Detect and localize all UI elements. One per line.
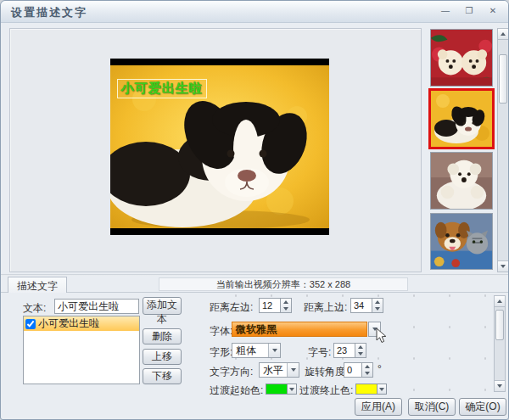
thumbnails-scrollbar[interactable] xyxy=(497,28,509,272)
scroll-up-icon[interactable] xyxy=(498,29,508,40)
text-field-label: 文本: xyxy=(23,301,46,316)
move-up-button[interactable]: 上移 xyxy=(143,349,182,365)
thumbnail-1[interactable] xyxy=(430,29,493,87)
cancel-button[interactable]: 取消(C) xyxy=(408,398,456,416)
title-bar: 设置描述文字 — ❐ ✕ xyxy=(1,1,509,23)
gradient-start-label: 过渡起始色: xyxy=(210,384,263,398)
scroll-down-icon[interactable] xyxy=(498,260,508,272)
spinner-up-icon[interactable] xyxy=(372,299,383,305)
spinner-up-icon[interactable] xyxy=(281,299,291,305)
thumbnail-2-selected[interactable] xyxy=(428,88,495,149)
font-value: 微软雅黑 xyxy=(236,322,277,337)
thumbnail-3[interactable] xyxy=(430,152,493,210)
spinner-down-icon[interactable] xyxy=(281,305,291,312)
preview-panel: 小可爱出生啦 xyxy=(9,28,422,272)
gradient-end-swatch[interactable] xyxy=(356,384,377,394)
caption-list-item-label: 小可爱出生啦 xyxy=(38,316,99,331)
distance-left-value[interactable] xyxy=(259,298,281,313)
rotation-label: 旋转角度: xyxy=(305,365,348,379)
rotation-stepper[interactable] xyxy=(344,362,373,378)
gradient-end-picker[interactable] xyxy=(355,384,387,395)
add-text-button[interactable]: 添加文本 xyxy=(143,297,182,315)
rotation-unit: ° xyxy=(378,363,382,375)
font-style-value: 粗体 xyxy=(236,344,256,358)
spinner-up-icon[interactable] xyxy=(362,363,372,370)
window-controls: — ❐ ✕ xyxy=(439,4,500,17)
dropdown-icon[interactable] xyxy=(287,363,299,377)
delete-button[interactable]: 删除 xyxy=(143,328,182,344)
spinner-up-icon[interactable] xyxy=(355,344,366,350)
dialog-window: 设置描述文字 — ❐ ✕ xyxy=(0,0,509,420)
gradient-start-swatch[interactable] xyxy=(266,384,287,394)
text-direction-combobox[interactable]: 水平 xyxy=(259,362,299,378)
settings-scrollbar[interactable] xyxy=(494,295,506,392)
caption-text-input[interactable] xyxy=(54,299,139,314)
spinner-down-icon[interactable] xyxy=(355,350,366,357)
tab-caption-text[interactable]: 描述文字 xyxy=(8,277,67,293)
font-style-label: 字形: xyxy=(210,345,232,360)
distance-top-stepper[interactable] xyxy=(350,298,383,313)
caption-list-item[interactable]: 小可爱出生啦 xyxy=(24,316,139,331)
font-size-label: 字号: xyxy=(308,345,331,360)
thumbnails-scrollbar-thumb[interactable] xyxy=(499,54,507,104)
distance-left-label: 距离左边: xyxy=(210,300,253,315)
distance-top-label: 距离上边: xyxy=(304,300,347,315)
distance-left-stepper[interactable] xyxy=(259,298,292,313)
video-image: 小可爱出生啦 xyxy=(110,65,329,228)
tab-baseline xyxy=(1,292,509,293)
scroll-up-icon[interactable] xyxy=(495,296,505,307)
thumbnail-4-image xyxy=(431,214,492,269)
maximize-icon[interactable]: ❐ xyxy=(462,4,476,17)
font-combobox[interactable]: 微软雅黑 xyxy=(232,322,367,337)
resolution-status: 当前输出视频分辨率：352 x 288 xyxy=(159,277,408,291)
thumbnail-4[interactable] xyxy=(430,213,493,270)
font-style-combobox[interactable]: 粗体 xyxy=(232,343,281,358)
caption-checkbox[interactable] xyxy=(25,319,36,329)
caption-list[interactable]: 小可爱出生啦 xyxy=(23,316,140,384)
close-icon[interactable]: ✕ xyxy=(486,4,500,17)
text-direction-value: 水平 xyxy=(263,363,283,378)
move-down-button[interactable]: 下移 xyxy=(143,368,182,384)
font-size-stepper[interactable] xyxy=(333,343,366,358)
dropdown-icon[interactable] xyxy=(268,344,280,357)
mouse-cursor-icon xyxy=(376,328,387,344)
gradient-end-label: 过渡终止色: xyxy=(299,384,353,398)
video-preview[interactable]: 小可爱出生啦 xyxy=(110,59,329,235)
dropdown-icon[interactable] xyxy=(377,384,386,394)
apply-button[interactable]: 应用(A) xyxy=(355,398,402,416)
spinner-down-icon[interactable] xyxy=(372,305,383,312)
gradient-start-picker[interactable] xyxy=(266,384,297,395)
scroll-down-icon[interactable] xyxy=(495,380,505,391)
thumbnail-3-image xyxy=(431,153,492,209)
thumbnail-2-image xyxy=(431,91,492,147)
dropdown-icon[interactable] xyxy=(287,384,296,394)
panel-separator xyxy=(1,274,509,276)
window-title: 设置描述文字 xyxy=(11,5,87,20)
font-size-value[interactable] xyxy=(333,343,355,358)
font-label: 字体: xyxy=(210,324,232,339)
distance-top-value[interactable] xyxy=(350,298,372,313)
text-direction-label: 文字方向: xyxy=(210,365,253,379)
minimize-icon[interactable]: — xyxy=(439,4,452,17)
ok-button[interactable]: 确定(O) xyxy=(459,398,506,416)
settings-scrollbar-thumb[interactable] xyxy=(495,310,504,340)
rotation-value[interactable] xyxy=(344,362,362,378)
thumbnail-1-image xyxy=(431,30,492,86)
caption-overlay-text[interactable]: 小可爱出生啦 xyxy=(117,79,207,98)
spinner-down-icon[interactable] xyxy=(362,370,372,377)
